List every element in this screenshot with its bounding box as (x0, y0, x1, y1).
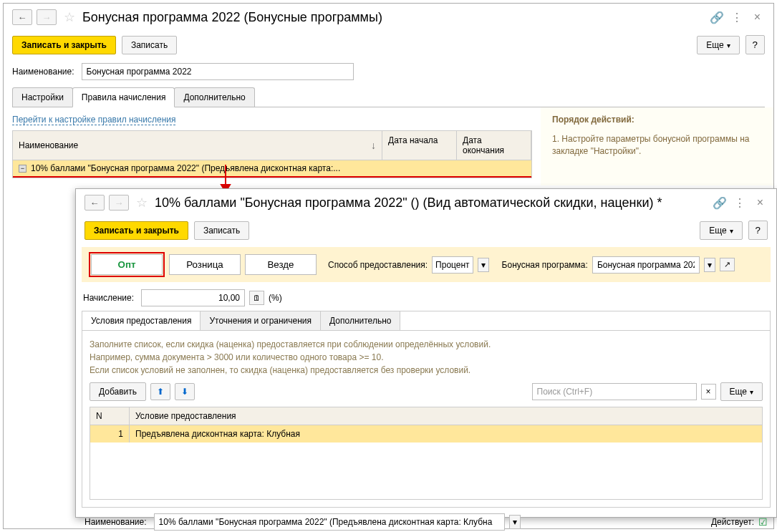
help-button[interactable]: ? (745, 35, 765, 54)
window-title: Бонусная программа 2022 (Бонусные програ… (82, 10, 705, 25)
save-close-button[interactable]: Записать и закрыть (12, 36, 116, 54)
col-start[interactable]: Дата начала (382, 131, 457, 160)
forward-button[interactable]: → (37, 9, 57, 25)
close-icon[interactable]: × (750, 9, 765, 25)
more-button[interactable]: Еще▾ (697, 36, 739, 54)
subtab-additional[interactable]: Дополнительно (321, 311, 400, 330)
seg-retail[interactable]: Розница (169, 254, 241, 275)
active-label: Действует: (711, 517, 754, 527)
side-title: Порядок действий: (552, 115, 762, 125)
subtab-refinements[interactable]: Уточнения и ограничения (201, 311, 321, 330)
back-button[interactable]: ← (85, 195, 105, 211)
col-condition[interactable]: Условие предоставления (130, 407, 762, 425)
mode-dropdown-icon[interactable]: ▾ (478, 258, 489, 272)
bottom-name-input[interactable] (154, 513, 505, 531)
accrual-unit: (%) (269, 293, 282, 303)
col-n[interactable]: N (90, 407, 130, 425)
forward-button[interactable]: → (109, 195, 129, 211)
menu-icon[interactable]: ⋮ (731, 11, 743, 24)
name-label: Наименование: (12, 67, 74, 77)
prog-input[interactable] (592, 256, 700, 274)
seg-everywhere[interactable]: Везде (245, 254, 317, 275)
active-checkbox[interactable]: ☑ (758, 516, 768, 528)
mode-select[interactable]: Процент (432, 256, 473, 274)
window-title: 10% баллами "Бонусная программа 2022" ()… (155, 195, 708, 211)
tab-rules[interactable]: Правила начисления (72, 87, 175, 107)
col-name[interactable]: Наименование↓ (13, 131, 382, 160)
add-button[interactable]: Добавить (90, 382, 146, 401)
name-input[interactable] (82, 63, 354, 80)
move-down-button[interactable]: ⬇ (175, 383, 195, 400)
highlight-box: Опт (89, 252, 165, 277)
bottom-name-label: Наименование: (85, 517, 147, 527)
menu-icon[interactable]: ⋮ (734, 196, 745, 210)
link-icon[interactable]: 🔗 (713, 196, 727, 210)
more-button[interactable]: Еще▾ (700, 221, 742, 240)
dropdown-icon[interactable]: ▾ (509, 515, 521, 529)
highlight-line (13, 176, 531, 178)
link-icon[interactable]: 🔗 (710, 11, 724, 24)
save-close-button[interactable]: Записать и закрыть (85, 221, 188, 240)
table-row[interactable]: 1 Предъявлена дисконтная карта: Клубная (90, 425, 762, 442)
mode-label: Способ предоставления: (328, 260, 428, 270)
search-input[interactable]: Поиск (Ctrl+F) (532, 383, 697, 400)
save-button[interactable]: Записать (194, 221, 249, 240)
prog-label: Бонусная программа: (502, 260, 588, 270)
favorite-icon[interactable]: ☆ (136, 195, 148, 211)
help-line: Если список условий не заполнен, то скид… (90, 364, 763, 377)
search-clear-button[interactable]: × (701, 384, 716, 400)
prog-dropdown-icon[interactable]: ▾ (704, 258, 715, 272)
save-button[interactable]: Записать (122, 36, 177, 54)
close-icon[interactable]: × (753, 195, 768, 211)
accrual-input[interactable] (141, 289, 245, 306)
calculator-icon[interactable]: 🗓 (249, 291, 264, 305)
sort-icon: ↓ (371, 140, 376, 151)
move-up-button[interactable]: ⬆ (150, 383, 170, 400)
help-line: Заполните список, если скидка (наценка) … (90, 338, 763, 351)
tab-additional[interactable]: Дополнительно (174, 87, 254, 107)
help-button[interactable]: ? (748, 221, 768, 240)
subtab-conditions[interactable]: Условия предоставления (82, 311, 201, 330)
help-line: Например, сумма документа > 3000 или кол… (90, 351, 763, 364)
favorite-icon[interactable]: ☆ (64, 9, 75, 25)
seg-opt[interactable]: Опт (91, 254, 163, 275)
more-button[interactable]: Еще▾ (720, 382, 763, 401)
configure-rules-link[interactable]: Перейти к настройке правил начисления (12, 115, 175, 125)
col-end[interactable]: Дата окончания (457, 131, 531, 160)
side-text: 1. Настройте параметры бонусной программ… (552, 133, 762, 158)
collapse-icon[interactable]: − (19, 165, 26, 173)
table-row[interactable]: − 10% баллами "Бонусная программа 2022" … (13, 160, 531, 176)
tab-settings[interactable]: Настройки (12, 87, 73, 107)
prog-open-icon[interactable]: ↗ (720, 258, 735, 271)
accrual-label: Начисление: (83, 293, 134, 303)
back-button[interactable]: ← (12, 9, 32, 25)
